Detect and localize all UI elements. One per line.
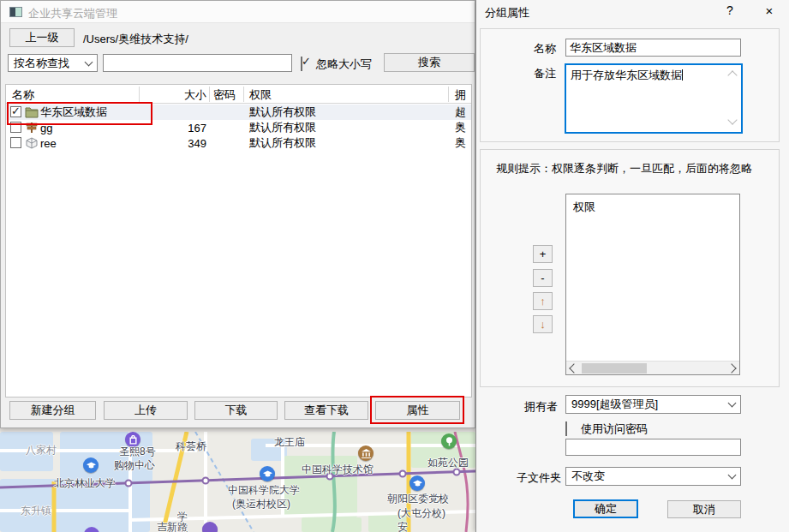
ignore-case-checkbox[interactable]: [301, 57, 302, 71]
cancel-button[interactable]: 取消: [667, 500, 741, 518]
column-header-size[interactable]: 大小: [134, 87, 206, 103]
window-title: 企业共享云端管理: [28, 6, 117, 21]
map-label-dongshengzhen: 东升镇: [21, 504, 51, 518]
row-owner: 超: [455, 105, 466, 120]
close-icon[interactable]: ×: [759, 3, 780, 21]
subfolder-value: 不改变: [571, 469, 605, 484]
scroll-up-icon[interactable]: [727, 70, 737, 80]
column-header-password[interactable]: 密码: [213, 87, 236, 103]
search-button[interactable]: 搜索: [384, 53, 475, 72]
chevron-down-icon: [728, 471, 737, 480]
map-label-bfu: 北京林业大学: [54, 476, 116, 491]
row-size: 349: [134, 137, 206, 150]
party-school-education-pin-icon[interactable]: [409, 475, 425, 491]
owner-value: 9999[超级管理员]: [571, 397, 658, 412]
group-name-input[interactable]: [565, 39, 741, 57]
map-background[interactable]: 八家村 圣熙8号 购物中心 科荟桥 龙王庙 中国科学技术馆 如苑公园 北京林业大…: [0, 432, 475, 532]
owner-dropdown[interactable]: 9999[超级管理员]: [565, 395, 741, 414]
cube-icon: [25, 137, 39, 149]
row-owner: 奥: [455, 135, 466, 151]
ucas-education-pin-icon[interactable]: [260, 466, 275, 481]
search-input[interactable]: [103, 54, 292, 72]
map-label-shengxi-line1: 圣熙8号: [119, 445, 156, 459]
search-mode-dropdown[interactable]: 按名称查找: [8, 54, 98, 72]
chevron-down-icon: [85, 57, 93, 66]
scroll-right-icon[interactable]: [726, 363, 736, 373]
help-icon[interactable]: ?: [721, 3, 738, 21]
map-label-an: 安: [397, 520, 408, 532]
park-tree-pin-icon[interactable]: [441, 433, 457, 449]
text-caret: [682, 69, 683, 81]
scrollbar-thumb[interactable]: [582, 363, 647, 374]
table-row[interactable]: ree 349 默认所有权限 奥: [6, 135, 471, 151]
group-properties-dialog: 分组属性 ? × 名称 备注 用于存放华东区域数据 规则提示：权限逐条判断，一旦…: [475, 0, 789, 532]
view-downloads-button[interactable]: 查看下载: [284, 401, 368, 420]
chevron-down-icon: [728, 399, 737, 408]
row-name: ree: [40, 137, 57, 150]
bfu-education-pin-icon[interactable]: [83, 457, 99, 473]
metro-station-icon[interactable]: [202, 522, 218, 532]
column-header-owner[interactable]: 拥: [455, 87, 466, 103]
map-label-party-school-line1: 朝阳区委党校: [387, 492, 449, 506]
upload-button[interactable]: 上传: [104, 401, 188, 420]
file-table: 名称 大小 密码 权限 拥 华东区域数据 默认所有权限 超 gg 167 默认所…: [5, 84, 472, 398]
permission-list[interactable]: 权限: [565, 194, 740, 375]
map-label-science-museum: 中国科学技术馆: [302, 463, 374, 477]
map-label-ucas-line2: (奥运村校区): [232, 497, 290, 511]
row-permission: 默认所有权限: [249, 105, 316, 120]
ignore-case-label: 忽略大小写: [316, 57, 372, 72]
column-header-name[interactable]: 名称: [12, 87, 34, 103]
subfolder-label: 子文件夹: [517, 470, 561, 486]
rule-hint-text: 规则提示：权限逐条判断，一旦匹配，后面的将忽略: [496, 161, 752, 176]
remove-permission-button[interactable]: -: [533, 269, 553, 287]
breadcrumb-path: /Users/奥维技术支持/: [83, 32, 188, 47]
annotation-box-properties-button: [370, 396, 464, 424]
subfolder-dropdown[interactable]: 不改变: [565, 467, 741, 486]
map-label-kehuiqiao: 科荟桥: [176, 439, 206, 454]
download-button[interactable]: 下载: [194, 401, 278, 420]
row-permission: 默认所有权限: [249, 135, 316, 151]
add-permission-button[interactable]: +: [533, 245, 553, 263]
app-window-icon: [9, 7, 22, 17]
owner-label: 拥有者: [524, 399, 558, 415]
note-label: 备注: [534, 66, 556, 81]
move-up-button[interactable]: ↑: [533, 292, 553, 310]
note-textarea[interactable]: 用于存放华东区域数据: [565, 63, 743, 134]
permission-list-header: 权限: [573, 200, 595, 215]
map-label-ruyuan-park: 如苑公园: [427, 456, 469, 470]
row-owner: 奥: [455, 120, 466, 135]
scroll-down-icon[interactable]: [727, 115, 737, 124]
map-label-shengxi-line2: 购物中心: [114, 458, 155, 473]
map-label-ucas-line1: 中国科学院大学: [228, 483, 300, 498]
note-text: 用于存放华东区域数据: [571, 69, 682, 81]
search-mode-value: 按名称查找: [14, 56, 69, 71]
new-group-button[interactable]: 新建分组: [9, 401, 96, 420]
annotation-box-selected-row: [7, 102, 152, 125]
row-permission: 默认所有权限: [249, 120, 316, 135]
horizontal-scrollbar[interactable]: [566, 361, 739, 374]
use-password-checkbox[interactable]: [565, 421, 567, 436]
file-manager-window: 企业共享云端管理 上一级 /Users/奥维技术支持/ 按名称查找 忽略大小写 …: [0, 0, 475, 428]
access-password-input[interactable]: [565, 439, 741, 456]
map-label-party-school-line2: (大屯分校): [397, 506, 445, 521]
name-label: 名称: [534, 41, 556, 57]
scroll-left-icon[interactable]: [569, 363, 578, 373]
title-bar[interactable]: 企业共享云端管理: [1, 1, 475, 23]
row-checkbox[interactable]: [10, 137, 21, 148]
table-header-row: 名称 大小 密码 权限 拥: [6, 85, 471, 104]
ok-button[interactable]: 确定: [573, 499, 638, 518]
map-label-bajiacun: 八家村: [26, 443, 57, 457]
map-label-longwangmiao: 龙王庙: [274, 435, 305, 450]
up-level-button[interactable]: 上一级: [9, 28, 75, 47]
move-down-button[interactable]: ↓: [533, 315, 553, 333]
science-museum-pin-icon[interactable]: [358, 445, 374, 461]
use-password-label: 使用访问密码: [581, 421, 648, 437]
dialog-title: 分组属性: [485, 5, 529, 21]
column-header-permission[interactable]: 权限: [249, 87, 272, 103]
map-label-jixinlu: 吉新路: [157, 520, 188, 532]
